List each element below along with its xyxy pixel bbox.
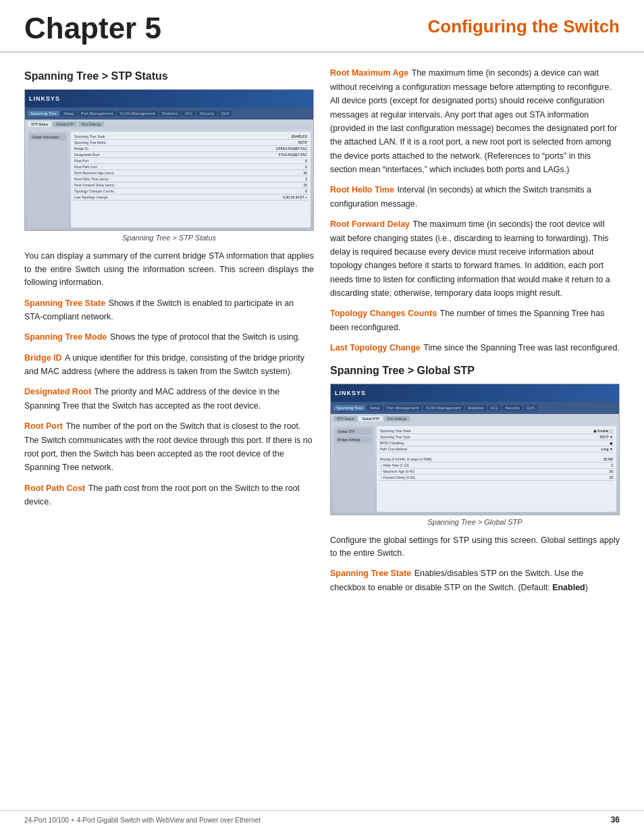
term-label-last-topology-change: Last Topology Change bbox=[330, 343, 421, 353]
page-subtitle: Configuring the Switch bbox=[427, 12, 620, 37]
nav-setup-2: Setup bbox=[367, 405, 383, 411]
term-root-forward-delay: Root Forward Delay The maximum time (in … bbox=[330, 217, 620, 300]
nav-qos: QoS bbox=[218, 111, 232, 116]
nav-security: Security bbox=[196, 111, 217, 116]
section2-heading: Spanning Tree > Global STP bbox=[330, 365, 620, 377]
section1-intro: You can display a summary of the current… bbox=[24, 250, 314, 289]
global-stp-caption: Spanning Tree > Global STP bbox=[330, 518, 620, 526]
term-label-designated-root: Designated Root bbox=[24, 387, 91, 396]
term-spanning-tree-state: Spanning Tree State Shows if the Switch … bbox=[24, 296, 314, 324]
term-root-hello-time: Root Hello Time Interval (in seconds) at… bbox=[330, 183, 620, 211]
nav-stats-2: Statistics bbox=[465, 405, 487, 411]
nav-port-2: Port Management bbox=[384, 405, 422, 411]
stp-status-caption: Spanning Tree > STP Status bbox=[24, 234, 314, 242]
term-stp-state-global: Spanning Tree State Enables/disables STP… bbox=[330, 567, 620, 594]
stp-status-screenshot: LINKSYS Spanning Tree Setup Port Managem… bbox=[24, 89, 314, 231]
nav-acl-2: ACL bbox=[488, 405, 502, 411]
linksys-logo-2: LINKSYS bbox=[335, 390, 366, 396]
term-label-root-port: Root Port bbox=[24, 421, 63, 431]
term-text-bridge-id: A unique identifier for this bridge, con… bbox=[24, 353, 304, 376]
tab-stp-status-2: STP Status bbox=[333, 416, 357, 421]
term-label-bridge-id: Bridge ID bbox=[24, 353, 62, 363]
section1-heading: Spanning Tree > STP Status bbox=[24, 70, 314, 82]
term-label-spanning-tree-state: Spanning Tree State bbox=[24, 298, 105, 308]
tab-port-settings: Port Settings bbox=[78, 122, 105, 127]
tab-global-stp: Global STP bbox=[53, 122, 77, 127]
term-text-root-port: The number of the port on the Switch tha… bbox=[24, 421, 313, 472]
term-last-topology-change: Last Topology Change Time since the Span… bbox=[330, 341, 620, 355]
term-label-stp-state-global: Spanning Tree State bbox=[330, 569, 411, 578]
term-designated-root: Designated Root The priority and MAC add… bbox=[24, 385, 314, 413]
tab-port-settings-2: Port Settings bbox=[384, 416, 410, 421]
term-root-port: Root Port The number of the port on the … bbox=[24, 419, 314, 475]
term-spanning-tree-mode: Spanning Tree Mode Shows the type of pro… bbox=[24, 330, 314, 344]
nav-spanning-tree-2: Spanning Tree bbox=[333, 405, 365, 411]
right-column: Root Maximum Age The maximum time (in se… bbox=[330, 66, 620, 601]
section2-intro: Configure the global settings for STP us… bbox=[330, 534, 620, 561]
term-label-topology-changes: Topology Changes Counts bbox=[330, 309, 437, 318]
main-content: Spanning Tree > STP Status LINKSYS Spann… bbox=[0, 59, 644, 615]
global-stp-screenshot: LINKSYS Spanning Tree Setup Port Managem… bbox=[330, 384, 620, 515]
footer-product-name: 24-Port 10/100 + 4-Port Gigabit Switch w… bbox=[24, 816, 261, 824]
nav-spanning-tree: Spanning Tree bbox=[28, 111, 59, 116]
footer-page-number: 36 bbox=[611, 815, 620, 825]
linksys-logo: LINKSYS bbox=[29, 95, 60, 102]
nav-security-2: Security bbox=[502, 405, 522, 411]
term-label-root-forward-delay: Root Forward Delay bbox=[330, 219, 410, 229]
nav-stats: Statistics bbox=[159, 111, 181, 116]
term-bridge-id: Bridge ID A unique identifier for this b… bbox=[24, 351, 314, 379]
term-text-last-topology-change: Time since the Spanning Tree was last re… bbox=[423, 343, 620, 353]
term-label-spanning-tree-mode: Spanning Tree Mode bbox=[24, 332, 107, 342]
left-column: Spanning Tree > STP Status LINKSYS Spann… bbox=[24, 66, 314, 601]
term-root-max-age: Root Maximum Age The maximum time (in se… bbox=[330, 66, 620, 176]
page-header: Chapter 5 Configuring the Switch bbox=[0, 0, 644, 53]
tab-global-stp-2: Global STP bbox=[358, 416, 383, 421]
term-text-root-max-age: The maximum time (in seconds) a device c… bbox=[330, 68, 617, 174]
term-label-root-hello-time: Root Hello Time bbox=[330, 185, 394, 194]
term-root-path-cost: Root Path Cost The path cost from the ro… bbox=[24, 481, 314, 509]
term-topology-changes: Topology Changes Counts The number of ti… bbox=[330, 307, 620, 334]
nav-acl: ACL bbox=[182, 111, 196, 116]
ss-sidebar-bridge-settings: Bridge Settings bbox=[336, 436, 372, 443]
page-footer: 24-Port 10/100 + 4-Port Gigabit Switch w… bbox=[0, 810, 644, 825]
nav-vlan-2: VLAN Management bbox=[423, 405, 463, 411]
nav-qos-2: QoS bbox=[524, 405, 537, 411]
ss-sidebar-global-info: Global Information bbox=[30, 134, 66, 140]
term-text-root-forward-delay: The maximum time (in seconds) the root d… bbox=[330, 219, 610, 298]
ss-sidebar-global-stp: Global STP bbox=[336, 428, 372, 435]
chapter-title: Chapter 5 bbox=[24, 12, 161, 45]
tab-stp-status: STP Status bbox=[28, 122, 51, 127]
term-label-root-max-age: Root Maximum Age bbox=[330, 68, 408, 78]
nav-vlan: VLAN Management bbox=[117, 111, 157, 116]
nav-setup: Setup bbox=[61, 111, 77, 116]
term-text-spanning-tree-mode: Shows the type of protocol that the Swit… bbox=[110, 332, 300, 342]
nav-port: Port Management bbox=[78, 111, 116, 116]
term-label-root-path-cost: Root Path Cost bbox=[24, 484, 85, 493]
